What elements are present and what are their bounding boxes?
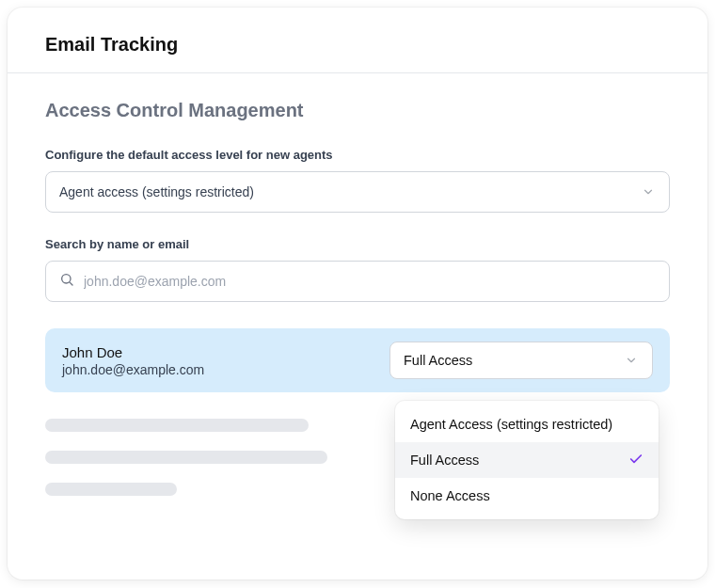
chevron-down-icon: [624, 353, 639, 368]
search-field-wrapper[interactable]: [45, 261, 670, 302]
default-access-value: Agent access (settings restricted): [59, 184, 254, 199]
dropdown-option-agent-access[interactable]: Agent Access (settings restricted): [395, 406, 659, 442]
search-label: Search by name or email: [45, 237, 670, 251]
user-access-value: Full Access: [404, 353, 472, 368]
svg-line-1: [70, 282, 72, 285]
section-title: Access Control Management: [45, 100, 670, 121]
dropdown-option-label: Full Access: [410, 453, 479, 468]
user-email: john.doe@example.com: [62, 362, 204, 377]
user-info: John Doe john.doe@example.com: [62, 344, 204, 377]
header: Email Tracking: [8, 8, 707, 73]
search-icon: [59, 272, 74, 291]
skeleton-line: [45, 419, 309, 432]
chevron-down-icon: [641, 184, 656, 199]
dropdown-option-none-access[interactable]: None Access: [395, 478, 659, 514]
default-access-label: Configure the default access level for n…: [45, 148, 670, 162]
skeleton-line: [45, 483, 177, 496]
default-access-select[interactable]: Agent access (settings restricted): [45, 171, 670, 213]
skeleton-line: [45, 451, 327, 464]
access-dropdown: Agent Access (settings restricted) Full …: [395, 401, 659, 519]
dropdown-option-full-access[interactable]: Full Access: [395, 442, 659, 478]
check-icon: [628, 452, 644, 469]
user-row: John Doe john.doe@example.com Full Acces…: [45, 328, 670, 392]
dropdown-option-label: None Access: [410, 488, 490, 503]
page-title: Email Tracking: [45, 34, 670, 56]
search-input[interactable]: [84, 274, 656, 289]
dropdown-option-label: Agent Access (settings restricted): [410, 417, 612, 432]
user-name: John Doe: [62, 344, 204, 360]
user-access-select[interactable]: Full Access: [389, 342, 653, 379]
svg-point-0: [62, 275, 71, 283]
